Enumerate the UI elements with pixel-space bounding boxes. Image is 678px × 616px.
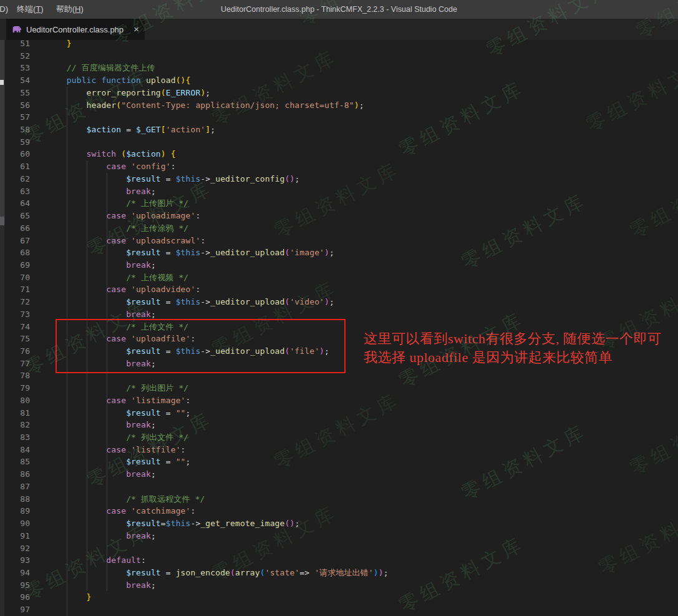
line-number: 92	[0, 542, 30, 555]
line-text: $result=$this->_get_remote_image();	[47, 517, 299, 530]
code-line[interactable]: 55 error_reporting(E_ERROR);	[0, 87, 678, 99]
code-line[interactable]: 62 $result = $this->_ueditor_config();	[0, 173, 678, 185]
vscode-window: 调试(D)终端(T)帮助(H) UeditorController.class.…	[0, 0, 678, 616]
code-line[interactable]: 93 default:	[0, 554, 678, 567]
code-line[interactable]: 54 public function upload(){	[0, 74, 678, 87]
line-number: 93	[0, 554, 30, 567]
code-line[interactable]: 69 break;	[0, 259, 678, 271]
line-number: 95	[0, 579, 30, 592]
line-text: break;	[47, 530, 156, 542]
code-line[interactable]: 67 case 'uploadscrawl':	[0, 235, 678, 247]
code-line[interactable]: 91 break;	[0, 530, 678, 542]
line-number: 78	[0, 369, 30, 382]
code-line[interactable]: 85 $result = "";	[0, 456, 678, 468]
code-line[interactable]: 90 $result=$this->_get_remote_image();	[0, 517, 678, 530]
line-text: /* 列出文件 */	[47, 431, 188, 444]
line-text: case 'uploadimage':	[47, 210, 200, 222]
line-number: 87	[0, 481, 30, 493]
line-number: 94	[0, 567, 30, 579]
line-text: $result = json_encode(array('state'=> '请…	[47, 567, 389, 579]
code-line[interactable]: 64 /* 上传图片 */	[0, 197, 678, 210]
line-number: 70	[0, 271, 30, 284]
line-text: }	[47, 591, 92, 604]
line-text: case 'listfile':	[47, 444, 186, 456]
line-number: 67	[0, 235, 30, 247]
line-number: 90	[0, 517, 30, 530]
line-text: $result = $this->_ueditor_config();	[47, 173, 299, 185]
left-artifact-strip	[0, 40, 5, 225]
line-number: 74	[0, 321, 30, 333]
line-text: $result = "";	[47, 407, 190, 419]
tab-close-icon[interactable]: ×	[133, 24, 139, 34]
code-line[interactable]: 81 $result = "";	[0, 407, 678, 419]
code-line[interactable]: 71 case 'uploadvideo':	[0, 283, 678, 296]
code-line[interactable]: 97	[0, 604, 678, 616]
code-line[interactable]: 58 $action = $_GET['action'];	[0, 124, 678, 136]
line-number: 89	[0, 505, 30, 517]
code-line[interactable]: 66 /* 上传涂鸦 */	[0, 222, 678, 235]
line-text: /* 抓取远程文件 */	[47, 493, 205, 506]
code-line[interactable]: 87	[0, 481, 678, 493]
menubar-items: 调试(D)终端(T)帮助(H)	[0, 0, 90, 19]
line-text: $result = $this->_ueditor_upload('image'…	[47, 247, 334, 259]
line-number: 91	[0, 530, 30, 542]
line-text: switch ($action) {	[47, 148, 176, 160]
code-line[interactable]: 94 $result = json_encode(array('state'=>…	[0, 567, 678, 579]
code-line[interactable]: 63 break;	[0, 185, 678, 198]
code-line[interactable]: 56 header("Content-Type: application/jso…	[0, 99, 678, 112]
code-line[interactable]: 89 case 'catchimage':	[0, 505, 678, 517]
line-number: 86	[0, 468, 30, 481]
left-artifact-thumb	[0, 217, 4, 225]
code-line[interactable]: 59	[0, 136, 678, 149]
code-line[interactable]: 57	[0, 111, 678, 124]
line-number: 75	[0, 333, 30, 345]
code-line[interactable]: 86 break;	[0, 468, 678, 481]
line-text: break;	[47, 468, 156, 481]
tab-ueditorcontroller[interactable]: UeditorController.class.php ×	[6, 19, 145, 40]
code-line[interactable]: 80 case 'listimage':	[0, 394, 678, 407]
line-text: /* 上传涂鸦 */	[47, 222, 188, 235]
code-line[interactable]: 53 // 百度编辑器文件上传	[0, 62, 678, 74]
code-line[interactable]: 95 break;	[0, 579, 678, 592]
line-text: break;	[47, 185, 156, 198]
menu-item-partial[interactable]: 调试(D)	[0, 4, 11, 15]
line-text: header("Content-Type: application/json; …	[47, 99, 364, 112]
annotation-line: 这里可以看到switch有很多分支, 随便选一个即可	[364, 330, 661, 348]
code-line[interactable]: 65 case 'uploadimage':	[0, 210, 678, 222]
annotation-box	[56, 319, 346, 373]
menu-item-terminal[interactable]: 终端(T)	[11, 4, 50, 15]
code-line[interactable]: 92	[0, 542, 678, 555]
code-line[interactable]: 88 /* 抓取远程文件 */	[0, 493, 678, 506]
title-bar: 调试(D)终端(T)帮助(H) UeditorController.class.…	[0, 0, 678, 19]
annotation-line: 我选择 uploadfile 是因为讲起来比较简单	[364, 348, 661, 367]
line-text: $action = $_GET['action'];	[47, 124, 215, 136]
code-line[interactable]: 82 break;	[0, 419, 678, 431]
code-line[interactable]: 79 /* 列出图片 */	[0, 382, 678, 394]
code-line[interactable]: 60 switch ($action) {	[0, 148, 678, 160]
window-title: UeditorController.class.php - ThinkCMFX_…	[112, 0, 566, 19]
line-text: /* 列出图片 */	[47, 382, 188, 394]
code-line[interactable]: 68 $result = $this->_ueditor_upload('ima…	[0, 247, 678, 259]
code-line[interactable]: 96 }	[0, 591, 678, 604]
line-number: 97	[0, 604, 30, 616]
line-number: 76	[0, 345, 30, 358]
line-text: case 'uploadvideo':	[47, 283, 200, 296]
code-line[interactable]: 83 /* 列出文件 */	[0, 431, 678, 444]
left-artifact-strip	[0, 225, 4, 616]
code-line[interactable]: 72 $result = $this->_ueditor_upload('vid…	[0, 296, 678, 308]
line-text: break;	[47, 259, 156, 271]
code-line[interactable]: 61 case 'config':	[0, 160, 678, 173]
line-text: $result = $this->_ueditor_upload('video'…	[47, 296, 334, 308]
tab-label: UeditorController.class.php	[26, 25, 131, 34]
line-number: 84	[0, 444, 30, 456]
line-text: $result = "";	[47, 456, 190, 468]
code-line[interactable]: 84 case 'listfile':	[0, 444, 678, 456]
menu-item-help[interactable]: 帮助(H)	[50, 4, 90, 15]
line-text: break;	[47, 419, 156, 431]
code-line[interactable]: 70 /* 上传视频 */	[0, 271, 678, 284]
code-line[interactable]: 52	[0, 50, 678, 62]
line-text: case 'catchimage':	[47, 505, 195, 517]
line-text: case 'uploadscrawl':	[47, 235, 205, 247]
line-number: 79	[0, 382, 30, 394]
line-number: 68	[0, 247, 30, 259]
